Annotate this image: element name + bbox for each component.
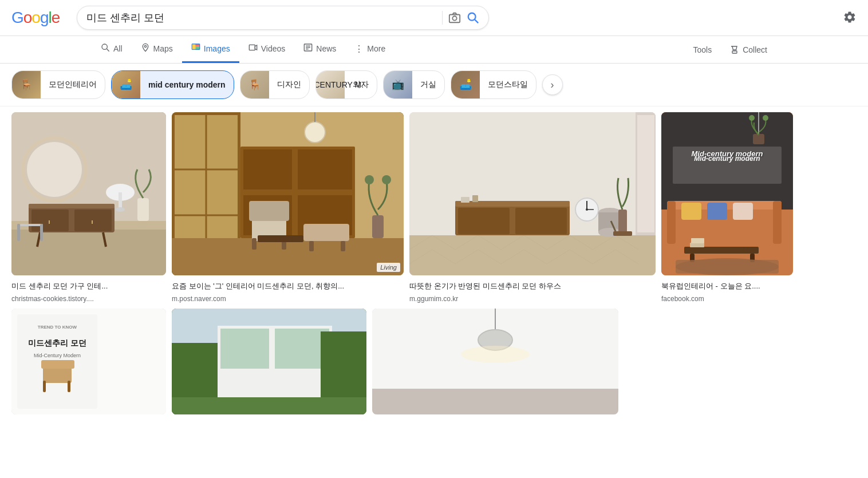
- image-card-1[interactable]: 미드 센추리 모던 가구 인테... christmas-cookies.tis…: [11, 112, 166, 303]
- tab-maps-label: Maps: [153, 44, 173, 53]
- image-4[interactable]: Mid-century modern Mid-century modern: [661, 112, 793, 275]
- search-button[interactable]: [467, 11, 479, 24]
- logo-letter-o1: o: [23, 9, 32, 26]
- image-title-4: 북유럽인테리어 - 오늘은 요....: [661, 281, 793, 291]
- tools-tab[interactable]: Tools: [684, 38, 721, 61]
- svg-rect-85: [458, 208, 510, 234]
- maps-tab-icon: [141, 43, 150, 54]
- svg-rect-21: [31, 210, 69, 231]
- svg-rect-45: [298, 149, 352, 189]
- svg-rect-22: [74, 210, 112, 231]
- svg-rect-52: [303, 224, 349, 241]
- svg-rect-98: [472, 195, 478, 202]
- search-input[interactable]: [86, 12, 436, 24]
- header: Google: [0, 0, 868, 36]
- image-card-5[interactable]: TREND TO KNOW 미드센추리 모던 Mid-Century Moder…: [11, 309, 166, 414]
- image-3[interactable]: [409, 112, 656, 275]
- videos-tab-icon: [248, 43, 258, 54]
- camera-search-button[interactable]: [448, 11, 461, 24]
- svg-rect-95: [613, 231, 632, 236]
- svg-rect-8: [195, 44, 199, 47]
- collect-tab[interactable]: Collect: [721, 38, 776, 61]
- image-source-1: christmas-cookies.tistory....: [11, 295, 166, 303]
- tab-all-label: All: [113, 44, 123, 53]
- chip-거실[interactable]: 📺 거실: [383, 70, 445, 99]
- svg-rect-84: [455, 201, 570, 207]
- svg-rect-113: [690, 243, 704, 247]
- svg-text:TREND TO KNOW: TREND TO KNOW: [38, 325, 77, 330]
- image-title-1: 미드 센추리 모던 가구 인테...: [11, 281, 166, 291]
- tab-maps[interactable]: Maps: [132, 36, 182, 63]
- tab-images[interactable]: Images: [182, 36, 239, 63]
- image-5[interactable]: TREND TO KNOW 미드센추리 모던 Mid-Century Moder…: [11, 309, 166, 414]
- svg-rect-86: [515, 208, 567, 234]
- image-7[interactable]: [372, 309, 618, 414]
- svg-rect-30: [119, 192, 122, 210]
- chip-label-6: 모던스타일: [480, 80, 536, 90]
- tab-more[interactable]: ⋮ More: [345, 37, 394, 63]
- tab-news[interactable]: News: [294, 36, 345, 63]
- nav-tabs: All Maps Images Videos: [0, 36, 868, 64]
- news-tab-icon: [303, 43, 313, 54]
- tab-videos-label: Videos: [261, 44, 286, 53]
- image-grid-row2: TREND TO KNOW 미드센추리 모던 Mid-Century Moder…: [0, 309, 868, 420]
- image-card-7[interactable]: [372, 309, 618, 414]
- image-1[interactable]: [11, 112, 166, 275]
- svg-text:미드센추리 모던: 미드센추리 모던: [28, 338, 86, 347]
- svg-rect-32: [20, 224, 43, 226]
- google-logo[interactable]: Google: [11, 9, 60, 27]
- tab-videos[interactable]: Videos: [239, 36, 295, 63]
- svg-rect-35: [137, 198, 149, 221]
- nav-right-area: Tools Collect: [684, 38, 776, 61]
- chip-label-2: mid century modern: [140, 80, 234, 89]
- chip-label-5: 거실: [412, 80, 444, 90]
- chip-label-4: 의자: [345, 80, 377, 90]
- image-6[interactable]: [172, 309, 366, 414]
- image-card-6[interactable]: [172, 309, 366, 414]
- images-tab-icon: [191, 43, 200, 54]
- svg-rect-141: [172, 397, 366, 414]
- chips-next-button[interactable]: ›: [542, 74, 563, 95]
- tab-all[interactable]: All: [92, 36, 132, 63]
- svg-text:Mid-Century Modern: Mid-Century Modern: [34, 353, 81, 358]
- image-source-3: m.ggumim.co.kr: [409, 295, 656, 303]
- header-right: [843, 10, 857, 26]
- svg-rect-105: [667, 201, 676, 244]
- svg-rect-44: [243, 149, 292, 189]
- chip-의자[interactable]: MID-CENTURY M. 의자: [315, 70, 377, 99]
- svg-rect-117: [753, 134, 764, 144]
- svg-rect-50: [252, 238, 257, 250]
- svg-rect-54: [341, 241, 345, 251]
- chip-mid-century[interactable]: 🛋️ mid century modern: [111, 70, 234, 99]
- svg-rect-34: [40, 224, 43, 241]
- image-card-3[interactable]: 따뜻한 온기가 반영된 미드센추리 모던 하우스 m.ggumim.co.kr: [409, 112, 656, 303]
- search-bar[interactable]: [77, 6, 489, 30]
- svg-point-58: [382, 175, 391, 184]
- image-source-2: m.post.naver.com: [172, 295, 404, 303]
- tab-images-label: Images: [204, 44, 230, 53]
- svg-rect-107: [681, 203, 701, 220]
- svg-rect-49: [249, 201, 289, 221]
- svg-rect-131: [41, 360, 74, 369]
- image-title-2: 요즘 보이는 '그' 인테리어 미드센추리 모던, 취향의...: [172, 281, 404, 291]
- logo-letter-o2: o: [31, 9, 40, 26]
- svg-rect-109: [733, 203, 753, 220]
- svg-rect-42: [172, 238, 404, 275]
- chip-디자인[interactable]: 🪑 디자인: [240, 70, 310, 99]
- svg-line-3: [475, 19, 479, 23]
- settings-button[interactable]: [843, 10, 857, 26]
- svg-point-1: [453, 16, 457, 20]
- chip-모던인테리어[interactable]: 🪑 모던인테리어: [11, 70, 105, 99]
- svg-rect-9: [195, 47, 199, 50]
- logo-letter-e: e: [52, 9, 60, 26]
- chip-모던스타일[interactable]: 🛋️ 모던스타일: [451, 70, 536, 99]
- image-2[interactable]: Living: [172, 112, 404, 275]
- image-card-4[interactable]: Mid-century modern Mid-century modern 북유…: [661, 112, 793, 303]
- svg-rect-55: [258, 235, 303, 242]
- svg-rect-110: [684, 247, 759, 254]
- svg-point-2: [468, 13, 476, 21]
- svg-rect-33: [17, 224, 20, 241]
- svg-rect-53: [309, 241, 314, 251]
- divider: [442, 11, 443, 25]
- image-card-2[interactable]: Living 요즘 보이는 '그' 인테리어 미드센추리 모던, 취향의... …: [172, 112, 404, 303]
